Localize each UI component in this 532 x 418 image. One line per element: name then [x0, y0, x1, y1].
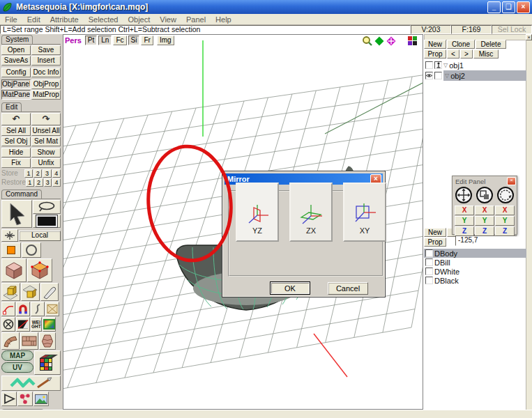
dbody-name[interactable]: DBody	[434, 249, 457, 258]
material-row-dwhite[interactable]: DWhite	[424, 267, 526, 276]
dbill-checkbox[interactable]	[425, 258, 433, 266]
extrude-down-tool[interactable]	[21, 283, 40, 301]
fix-button[interactable]: Fix	[1, 158, 31, 168]
dbody-checkbox[interactable]	[425, 249, 433, 257]
mirror-tool[interactable]	[16, 317, 30, 332]
dwhite-checkbox[interactable]	[425, 268, 433, 275]
mirror-plane-yz-button[interactable]: YZ	[236, 183, 279, 242]
unsel-all-button[interactable]: Unsel All	[31, 126, 61, 136]
menu-panel[interactable]: Panel	[181, 15, 211, 24]
material-row-dblack[interactable]: DBlack	[424, 276, 526, 285]
move-z-button[interactable]: Z	[455, 226, 474, 236]
edit-panel-value-field[interactable]: -125,7	[455, 235, 517, 246]
store-slot-3[interactable]: 3	[43, 169, 51, 178]
material-row-dbody[interactable]: DBody	[424, 249, 526, 258]
redo-icon[interactable]: ↷	[31, 113, 61, 125]
menu-view[interactable]: View	[155, 15, 181, 24]
metaball-tool[interactable]	[17, 392, 33, 406]
close-button[interactable]: ×	[517, 1, 530, 13]
restore-slot-2[interactable]: 2	[35, 178, 43, 187]
material-new-button[interactable]: New	[424, 228, 446, 237]
store-slot-1[interactable]: 1	[24, 169, 33, 178]
normal-tool[interactable]	[1, 392, 17, 406]
menu-edit[interactable]: Edit	[22, 15, 45, 24]
knife-tool[interactable]	[40, 283, 59, 301]
scale-x-button[interactable]: X	[475, 206, 494, 215]
map-button[interactable]: MAP	[1, 350, 33, 361]
panel-close-icon[interactable]: ×	[526, 34, 532, 40]
quad-view-icon[interactable]	[408, 36, 417, 45]
object-new-button[interactable]: New	[424, 40, 446, 49]
insert-button[interactable]: Insert	[31, 56, 61, 65]
primitive-cube-selected-tool[interactable]	[27, 258, 52, 282]
restore-slot-3[interactable]: 3	[44, 178, 52, 187]
move-x-button[interactable]: X	[455, 206, 474, 215]
toggle-image[interactable]: Img	[157, 36, 174, 45]
move-tool[interactable]	[1, 229, 18, 242]
obj1-name[interactable]: obj1	[449, 61, 464, 70]
save-button[interactable]: Save	[31, 45, 61, 55]
saveas-button[interactable]: SaveAs	[1, 56, 31, 65]
texture-image-tool[interactable]	[33, 392, 49, 406]
undo-icon[interactable]: ↶	[1, 113, 31, 125]
vase-tool[interactable]	[39, 332, 56, 350]
move-mode-button[interactable]	[455, 186, 473, 204]
restore-slot-1[interactable]: 1	[26, 178, 34, 187]
uv-edit-tool[interactable]	[34, 350, 61, 375]
magnet-tool[interactable]	[16, 302, 30, 316]
obj1-expand-marker[interactable]: ▽	[443, 62, 448, 68]
edit-panel-titlebar[interactable]: Edit Panel ×	[453, 176, 517, 185]
menu-attribute[interactable]: Attribute	[45, 15, 84, 24]
edit-panel-close-icon[interactable]: ×	[507, 177, 516, 185]
material-prop-button[interactable]: Prop	[424, 238, 446, 247]
hide-button[interactable]: Hide	[1, 148, 31, 157]
maximize-button[interactable]: ❑	[502, 1, 515, 13]
matprop-button[interactable]: MatProp	[31, 90, 61, 100]
menu-file[interactable]: File	[0, 15, 22, 24]
extrude-up-tool[interactable]	[1, 283, 20, 301]
matpanel-toggle[interactable]: MatPane	[1, 90, 31, 100]
scale-tool[interactable]	[1, 242, 21, 258]
delete-tool[interactable]	[1, 317, 15, 332]
mirror-plane-xy-button[interactable]: XY	[343, 183, 386, 242]
uv-button[interactable]: UV	[1, 362, 33, 373]
objpanel-toggle[interactable]: ObjPanel	[1, 79, 31, 89]
panel-v-strip[interactable]	[526, 34, 532, 410]
toggle-lines[interactable]: Ln	[98, 36, 112, 45]
object-misc-button[interactable]: Misc	[473, 49, 499, 59]
primitive-cube-tool[interactable]	[1, 258, 26, 282]
command-section-header[interactable]: Command	[1, 189, 42, 199]
rotate-y-button[interactable]: Y	[495, 216, 515, 226]
dblack-name[interactable]: DBlack	[434, 277, 459, 285]
menu-object[interactable]: Object	[123, 15, 155, 24]
wire-tool[interactable]	[31, 302, 45, 316]
vertex-color-tool[interactable]	[43, 317, 56, 332]
menu-help[interactable]: Help	[211, 15, 236, 24]
toggle-silhouette[interactable]: Si	[128, 36, 140, 45]
toggle-points[interactable]: Pt	[85, 36, 97, 45]
dwhite-name[interactable]: DWhite	[434, 268, 459, 276]
rotate-z-button[interactable]: Z	[495, 226, 515, 236]
weight-tool[interactable]: WEI GHT	[31, 317, 42, 332]
store-slot-4[interactable]: 4	[52, 169, 61, 178]
obj2-name[interactable]: obj2	[450, 72, 465, 80]
view-mode-label[interactable]: Pers	[65, 36, 82, 45]
store-slot-2[interactable]: 2	[33, 169, 42, 178]
local-coord-dropdown[interactable]: Local	[19, 231, 61, 241]
system-section-header[interactable]: System	[1, 35, 33, 44]
scale-z-button[interactable]: Z	[475, 226, 494, 236]
mirror-plane-zx-button[interactable]: ZX	[289, 183, 333, 242]
object-clone-button[interactable]: Clone	[447, 40, 475, 49]
object-delete-button[interactable]: Delete	[476, 40, 506, 49]
magenta-diamond-icon[interactable]	[386, 36, 396, 46]
object-next-button[interactable]: >	[460, 49, 473, 59]
object-prev-button[interactable]: <	[447, 49, 459, 59]
scale-y-button[interactable]: Y	[475, 216, 494, 226]
perspective-viewport[interactable]: Pers Pt Ln Fc Si Fr Img Mirror ×	[63, 34, 423, 410]
rotate-mode-button[interactable]	[496, 186, 515, 204]
material-row-dbill[interactable]: DBill	[424, 258, 526, 267]
dblack-checkbox[interactable]	[425, 277, 433, 284]
doc-info-button[interactable]: Doc Info	[31, 68, 61, 77]
sel-all-button[interactable]: Sel All	[1, 126, 31, 136]
dbill-name[interactable]: DBill	[434, 258, 450, 267]
